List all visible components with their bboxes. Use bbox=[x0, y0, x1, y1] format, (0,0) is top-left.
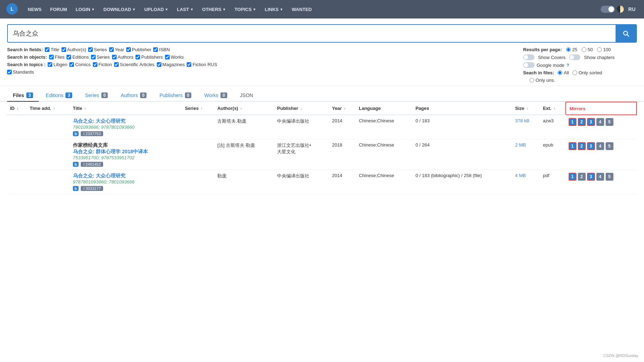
col-id[interactable]: ID ↕ bbox=[7, 102, 27, 115]
col-size[interactable]: Size ↑ bbox=[512, 102, 540, 115]
obj-files[interactable]: Files bbox=[49, 54, 64, 60]
mirror-2[interactable]: 2 bbox=[578, 118, 586, 126]
nav-login[interactable]: LOGIN ▼ bbox=[72, 5, 99, 14]
book-id-row: b I 2491452 bbox=[73, 162, 179, 167]
book-title-link[interactable]: 乌合之众: 大众心理研究 bbox=[73, 173, 126, 179]
seach-all[interactable]: All bbox=[558, 70, 569, 75]
col-series[interactable]: Series ↑ bbox=[182, 102, 215, 115]
nav-others[interactable]: OTHERS ▼ bbox=[198, 5, 229, 14]
nav-download[interactable]: DOWNLOAD ▼ bbox=[100, 5, 139, 14]
mirror-2[interactable]: 2 bbox=[578, 142, 586, 150]
tab-editions[interactable]: Editions 3 bbox=[40, 90, 78, 102]
results-50[interactable]: 50 bbox=[582, 47, 593, 52]
search-input[interactable] bbox=[8, 26, 616, 41]
obj-works[interactable]: Works bbox=[165, 54, 184, 60]
nav-news[interactable]: NEWS bbox=[24, 5, 45, 14]
tab-works[interactable]: Works 0 bbox=[198, 90, 233, 102]
cell-year: 2014 bbox=[329, 115, 356, 139]
mirror-4[interactable]: 4 bbox=[596, 118, 604, 126]
results-100[interactable]: 100 bbox=[597, 47, 611, 52]
field-publisher[interactable]: Publisher bbox=[126, 47, 151, 52]
topic-scientific[interactable]: Scientific Articles bbox=[114, 62, 155, 67]
mirror-3[interactable]: 3 bbox=[587, 118, 595, 126]
cell-language: Chinese;Chinese bbox=[356, 170, 413, 194]
obj-editions[interactable]: Editions bbox=[66, 54, 89, 60]
cell-authors: 勒庞 bbox=[214, 170, 274, 194]
show-chapters-toggle[interactable] bbox=[569, 54, 580, 60]
results-25[interactable]: 25 bbox=[566, 47, 577, 52]
table-row: 作家榜经典文库 乌合之众: 群体心理学 2018中译本 7533951700; … bbox=[7, 139, 637, 170]
tab-series-badge: 0 bbox=[101, 92, 108, 98]
mirror-1[interactable]: 1 bbox=[569, 173, 576, 181]
tab-publishers-badge: 0 bbox=[185, 92, 192, 98]
col-ext[interactable]: Ext. ↑ bbox=[540, 102, 566, 115]
nav-wanted[interactable]: WANTED bbox=[288, 5, 315, 14]
results-table-area: ID ↕ Time add. ↑ Title ↑ Series ↑ Author… bbox=[0, 102, 644, 194]
mirror-1[interactable]: 1 bbox=[569, 118, 576, 126]
objects-label: Search in objects: bbox=[7, 54, 47, 60]
obj-authors[interactable]: Authors bbox=[112, 54, 134, 60]
nav-forum[interactable]: FORUM bbox=[47, 5, 71, 14]
search-button[interactable] bbox=[616, 25, 636, 42]
logo[interactable]: L bbox=[6, 2, 18, 16]
mirror-5[interactable]: 5 bbox=[606, 142, 613, 150]
col-title[interactable]: Title ↑ bbox=[70, 102, 182, 115]
only-uns[interactable]: Only uns. bbox=[529, 78, 555, 83]
cell-pages: 0 / 183 (bibliographic) / 258 (file) bbox=[413, 170, 512, 194]
field-author[interactable]: Author(s) bbox=[62, 47, 86, 52]
mirror-3[interactable]: 3 bbox=[587, 142, 595, 150]
col-authors[interactable]: Author(s) ↑ bbox=[214, 102, 274, 115]
id-badge-b: b bbox=[73, 162, 79, 167]
google-mode-label: Google mode bbox=[537, 63, 564, 68]
obj-publishers[interactable]: Publishers bbox=[135, 54, 163, 60]
mirror-5[interactable]: 5 bbox=[606, 173, 613, 181]
tab-editions-badge: 3 bbox=[65, 92, 72, 98]
google-mode-toggle[interactable] bbox=[523, 62, 534, 68]
download-dropdown-arrow: ▼ bbox=[132, 7, 136, 11]
topic-comics[interactable]: Comics bbox=[69, 62, 90, 67]
show-covers-toggle[interactable] bbox=[523, 54, 534, 60]
topic-libgen[interactable]: Libgen bbox=[48, 62, 67, 67]
nav-last[interactable]: LAST ▼ bbox=[173, 5, 197, 14]
mirror-1[interactable]: 1 bbox=[569, 142, 576, 150]
book-title-link[interactable]: 乌合之众: 群体心理学 2018中译本 bbox=[73, 149, 148, 154]
topic-standards[interactable]: Standards bbox=[7, 69, 34, 75]
search-objects-row: Search in objects: Files Editions Series… bbox=[7, 54, 509, 60]
topic-magazines[interactable]: Magazines bbox=[157, 62, 185, 67]
nav-links[interactable]: LINKS ▼ bbox=[261, 5, 287, 14]
tab-authors[interactable]: Authors 0 bbox=[115, 90, 152, 102]
field-isbn[interactable]: ISBN bbox=[153, 47, 170, 52]
topics-dropdown-arrow: ▼ bbox=[253, 7, 256, 11]
book-title-link[interactable]: 乌合之众: 大众心理研究 bbox=[73, 118, 126, 124]
topic-fiction[interactable]: Fiction bbox=[93, 62, 112, 67]
topic-fiction-rus[interactable]: Fiction RUS bbox=[187, 62, 217, 67]
mirror-3[interactable]: 3 bbox=[587, 173, 595, 181]
col-year[interactable]: Year ↑ bbox=[329, 102, 356, 115]
mirror-2[interactable]: 2 bbox=[578, 173, 586, 181]
mirror-4[interactable]: 4 bbox=[596, 173, 604, 181]
dark-mode-toggle[interactable] bbox=[601, 6, 615, 13]
book-id-row: b I 3033177 bbox=[73, 186, 179, 191]
book-series: 9787801093660; 7801093666 bbox=[73, 179, 135, 185]
tab-publishers[interactable]: Publishers 0 bbox=[154, 90, 197, 102]
nav-topics[interactable]: TOPICS ▼ bbox=[231, 5, 260, 14]
only-sorted[interactable]: Only sorted bbox=[573, 70, 602, 75]
mirror-4[interactable]: 4 bbox=[596, 142, 604, 150]
field-title[interactable]: Title bbox=[45, 47, 59, 52]
google-help-icon[interactable]: ? bbox=[566, 63, 569, 68]
obj-series[interactable]: Series bbox=[91, 54, 110, 60]
book-series: 7533951700; 9787533951702 bbox=[73, 155, 135, 160]
language-label[interactable]: RU bbox=[626, 6, 638, 12]
mirrors-cell: 1 2 3 4 5 bbox=[569, 118, 634, 126]
mirror-5[interactable]: 5 bbox=[606, 118, 613, 126]
others-dropdown-arrow: ▼ bbox=[222, 7, 226, 11]
cell-publisher: 浙江文艺出版社•大星文化 bbox=[274, 139, 329, 170]
nav-upload[interactable]: UPLOAD ▼ bbox=[141, 5, 172, 14]
tab-json[interactable]: JSON bbox=[234, 90, 259, 101]
tab-series[interactable]: Series 0 bbox=[79, 90, 113, 102]
field-series[interactable]: Series bbox=[88, 47, 107, 52]
col-time[interactable]: Time add. ↑ bbox=[27, 102, 70, 115]
col-publisher[interactable]: Publisher ↓ bbox=[274, 102, 329, 115]
field-year[interactable]: Year bbox=[109, 47, 124, 52]
tab-files[interactable]: Files 3 bbox=[7, 90, 39, 102]
